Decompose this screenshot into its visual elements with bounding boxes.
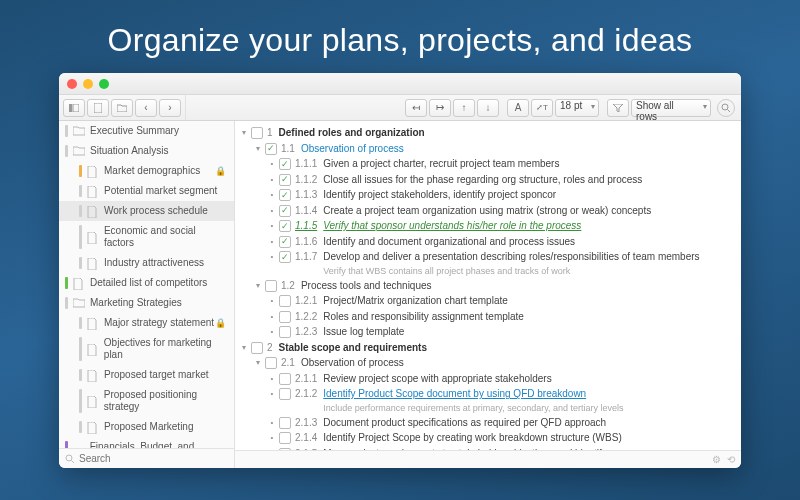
checkbox[interactable] [265,280,277,292]
minimize-icon[interactable] [83,79,93,89]
sidebar-item[interactable]: Proposed target market [59,365,234,385]
outline-row[interactable]: •2.1.4Identify Project Scope by creating… [239,430,735,446]
sidebar-item[interactable]: Work process schedule [59,201,234,221]
sidebar-item[interactable]: Proposed Marketing [59,417,234,437]
checkbox[interactable] [279,220,291,232]
sidebar-item-label: Marketing Strategies [90,297,182,309]
outline-row[interactable]: ▾2Stable scope and requirements [239,340,735,356]
svg-rect-1 [73,104,79,112]
sidebar-item-label: Economic and social factors [104,225,226,249]
outdent-button[interactable]: ↤ [405,99,427,117]
color-bar [79,165,82,177]
checkbox[interactable] [279,417,291,429]
folder-icon [73,126,85,136]
font-button[interactable]: A [507,99,529,117]
sidebar-search[interactable] [59,448,234,468]
checkbox[interactable] [279,251,291,263]
bullet-icon: • [267,157,277,170]
sidebar-item[interactable]: Proposed positioning strategy [59,385,234,417]
sidebar-item[interactable]: Major strategy statement🔒 [59,313,234,333]
lock-icon: 🔒 [215,166,226,177]
color-bar [65,441,68,448]
svg-rect-2 [94,103,102,113]
outline-text: Process tools and techniques [301,279,735,293]
back-button[interactable]: ‹ [135,99,157,117]
sidebar-item[interactable]: Marketing Strategies [59,293,234,313]
svg-line-6 [72,460,75,463]
outline-row[interactable]: •1.1.4Create a project team organization… [239,203,735,219]
checkbox[interactable] [279,295,291,307]
sidebar-toggle-button[interactable] [63,99,85,117]
outline-row[interactable]: •1.1.5Verify that sponsor understands hi… [239,218,735,234]
settings-icon[interactable]: ⚙ [712,454,721,465]
outline-row[interactable]: •1.1.2Close all issues for the phase reg… [239,172,735,188]
zoom-icon[interactable] [99,79,109,89]
outline-row[interactable]: •1.1.1Given a project charter, recruit p… [239,156,735,172]
outline-row[interactable]: •1.2.2Roles and responsibility assignmen… [239,309,735,325]
indent-button[interactable]: ↦ [429,99,451,117]
checkbox[interactable] [251,342,263,354]
font-size-select[interactable]: 18 pt [555,99,599,117]
outline-row[interactable]: •1.1.6Identify and document organization… [239,234,735,250]
checkbox[interactable] [279,174,291,186]
outline-number: 2.1 [281,356,295,370]
checkbox[interactable] [279,326,291,338]
outline-text: Roles and responsibility assignment temp… [323,310,735,324]
sidebar-item[interactable]: Potential market segment [59,181,234,201]
sidebar-item[interactable]: Market demographics🔒 [59,161,234,181]
new-folder-button[interactable] [111,99,133,117]
checkbox[interactable] [279,236,291,248]
sidebar-item[interactable]: Economic and social factors [59,221,234,253]
checkbox[interactable] [251,127,263,139]
checkbox[interactable] [279,311,291,323]
disclosure-open-icon[interactable]: ▾ [253,142,263,155]
outline-row[interactable]: ▾2.1Observation of process [239,355,735,371]
outline-row[interactable]: •1.2.1Project/Matrix organization chart … [239,293,735,309]
outline-row[interactable]: •1.2.3Issue log template [239,324,735,340]
outline-row[interactable]: •2.1.1Review project scope with appropri… [239,371,735,387]
text-size-button[interactable]: ⤢T [531,99,553,117]
disclosure-open-icon[interactable]: ▾ [239,126,249,139]
sidebar-item-label: Industry attractiveness [104,257,204,269]
checkbox[interactable] [279,373,291,385]
outline-row[interactable]: •1.1.7Develop and deliver a presentation… [239,249,735,278]
sidebar-item[interactable]: Financials, Budget, and Forecasts [59,437,234,448]
forward-button[interactable]: › [159,99,181,117]
outline-text: Stable scope and requirements [279,341,735,355]
sidebar-item-label: Proposed positioning strategy [104,389,226,413]
disclosure-open-icon[interactable]: ▾ [253,356,263,369]
checkbox[interactable] [279,388,291,400]
filter-select[interactable]: Show all rows [631,99,711,117]
filter-button[interactable] [607,99,629,117]
disclosure-open-icon[interactable]: ▾ [239,341,249,354]
outline-row[interactable]: •1.1.3Identify project stakeholders, ide… [239,187,735,203]
search-button[interactable] [717,99,735,117]
checkbox[interactable] [279,189,291,201]
outline-row[interactable]: ▾1Defined roles and organization [239,125,735,141]
sidebar-item[interactable]: Industry attractiveness [59,253,234,273]
outline-text: Document product specifications as requi… [323,416,735,430]
move-down-button[interactable]: ↓ [477,99,499,117]
outline-row[interactable]: ▾1.2Process tools and techniques [239,278,735,294]
search-input[interactable] [79,453,179,464]
sidebar-item[interactable]: Objectives for marketing plan [59,333,234,365]
move-up-button[interactable]: ↑ [453,99,475,117]
checkbox[interactable] [279,432,291,444]
outline-row[interactable]: •2.1.2Identify Product Scope document by… [239,386,735,415]
outline-row[interactable]: •2.1.3Document product specifications as… [239,415,735,431]
color-bar [79,369,82,381]
checkbox[interactable] [265,357,277,369]
checkbox[interactable] [279,205,291,217]
sidebar-item-label: Potential market segment [104,185,217,197]
close-icon[interactable] [67,79,77,89]
outline-row[interactable]: ▾1.1Observation of process [239,141,735,157]
sidebar-item[interactable]: Detailed list of competitors [59,273,234,293]
checkbox[interactable] [265,143,277,155]
disclosure-open-icon[interactable]: ▾ [253,279,263,292]
new-doc-button[interactable] [87,99,109,117]
bullet-icon: • [267,294,277,307]
sidebar-item[interactable]: Executive Summary [59,121,234,141]
checkbox[interactable] [279,158,291,170]
sidebar-item[interactable]: Situation Analysis [59,141,234,161]
refresh-icon[interactable]: ⟲ [727,454,735,465]
